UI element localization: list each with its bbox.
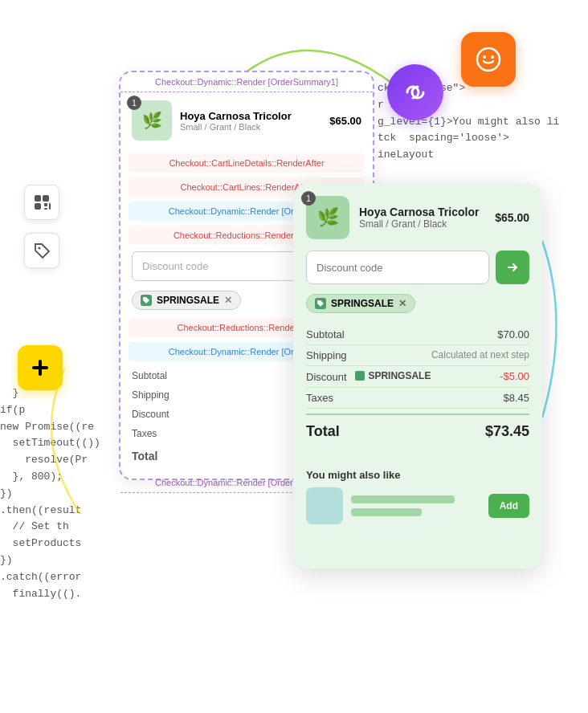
tag-icon-front: [315, 298, 326, 309]
tag-icon-small: [141, 295, 152, 306]
discount-label-back: Discount: [132, 409, 169, 420]
total-row-front: Total $73.45: [306, 414, 529, 448]
svg-point-6: [39, 247, 41, 250]
product-name-back: Hoya Carnosa Tricolor: [180, 110, 292, 122]
summary-discount-front: Discount SPRINGSALE -$5.00: [306, 366, 529, 388]
svg-rect-2: [35, 203, 41, 210]
upsell-product-row: Add: [306, 487, 529, 524]
product-info-back: Hoya Carnosa Tricolor Small / Grant / Bl…: [180, 110, 292, 132]
subtotal-value-front: $70.00: [497, 328, 529, 340]
tag-icon-btn[interactable]: [24, 233, 59, 268]
svg-rect-4: [44, 208, 47, 210]
svg-point-11: [491, 55, 494, 59]
taxes-value-front: $8.45: [503, 392, 529, 404]
product-price-back: $65.00: [329, 115, 361, 127]
summary-taxes-front: Taxes $8.45: [306, 388, 529, 409]
plant-icon-back: 🌿: [142, 111, 162, 130]
yellow-plus-icon[interactable]: [18, 345, 63, 390]
svg-rect-8: [32, 366, 48, 369]
upsell-product-lines: [351, 495, 480, 516]
svg-point-10: [483, 55, 486, 59]
product-name-front: Hoya Carnosa Tricolor: [359, 206, 479, 218]
product-price-front: $65.00: [495, 211, 529, 224]
shipping-label-back: Shipping: [132, 389, 169, 401]
svg-rect-0: [35, 195, 41, 202]
grid-icon-btn[interactable]: [24, 185, 59, 220]
plant-icon-front: 🌿: [317, 207, 339, 228]
loop-app-icon: [387, 64, 443, 120]
spring-tag-label-front: SPRINGSALE: [331, 298, 394, 309]
upsell-section: You might also like Add: [293, 461, 542, 532]
total-value-front: $73.45: [485, 423, 529, 440]
upsell-product-thumb: [306, 487, 343, 524]
discount-tag-icon-front: [355, 371, 365, 381]
product-thumbnail-front: 1 🌿: [306, 196, 349, 239]
total-label-back: Total: [132, 450, 157, 462]
upsell-line-2: [351, 508, 422, 516]
spring-tag-close-front[interactable]: ✕: [398, 298, 406, 309]
spring-sale-tag-back: SPRINGSALE ✕: [132, 291, 241, 310]
product-qty-badge-front: 1: [301, 191, 316, 206]
summary-shipping-front: Shipping Calculated at next step: [306, 345, 529, 366]
product-variant-back: Small / Grant / Black: [180, 122, 292, 132]
product-qty-badge: 1: [127, 96, 141, 110]
upsell-line-1: [351, 495, 455, 503]
svg-rect-1: [43, 195, 49, 202]
subtotal-label-back: Subtotal: [132, 370, 167, 381]
shipping-label-front: Shipping: [306, 349, 347, 361]
svg-rect-3: [44, 203, 47, 206]
spring-tag-label-back: SPRINGSALE: [157, 295, 219, 306]
product-variant-front: Small / Grant / Black: [359, 218, 479, 230]
product-info-front: Hoya Carnosa Tricolor Small / Grant / Bl…: [359, 206, 479, 230]
discount-code-front: SPRINGSALE: [368, 370, 431, 381]
hook-label-1: Checkout::Dynamic::Render [OrderSummary1…: [120, 72, 373, 92]
taxes-label-back: Taxes: [132, 428, 157, 439]
discount-label-front: Discount SPRINGSALE: [306, 370, 431, 383]
discount-input-front[interactable]: [306, 251, 489, 284]
discount-submit-btn[interactable]: [496, 251, 529, 284]
product-thumbnail-back: 1 🌿: [132, 100, 172, 141]
hook-label-2: Checkout::CartLineDetails::RenderAfter: [129, 153, 365, 173]
sidebar: [24, 185, 59, 268]
smile-app-icon: [461, 32, 516, 87]
svg-point-9: [477, 48, 500, 71]
total-label-front: Total: [306, 423, 340, 440]
summary-subtotal-front: Subtotal $70.00: [306, 324, 529, 345]
upsell-label: You might also like: [306, 469, 529, 481]
upsell-add-button[interactable]: Add: [488, 494, 529, 518]
spring-tag-close-back[interactable]: ✕: [224, 295, 232, 306]
discount-value-front: -$5.00: [500, 370, 529, 383]
taxes-label-front: Taxes: [306, 392, 333, 404]
subtotal-label-front: Subtotal: [306, 328, 345, 340]
front-checkout-card: 1 🌿 Hoya Carnosa Tricolor Small / Grant …: [293, 183, 542, 568]
shipping-value-front: Calculated at next step: [431, 349, 529, 361]
spring-sale-tag-front: SPRINGSALE ✕: [306, 294, 415, 313]
discount-row-front: [306, 251, 529, 284]
svg-rect-5: [49, 203, 51, 210]
product-row-front: 1 🌿 Hoya Carnosa Tricolor Small / Grant …: [306, 196, 529, 239]
product-row-back: 1 🌿 Hoya Carnosa Tricolor Small / Grant …: [120, 92, 373, 149]
